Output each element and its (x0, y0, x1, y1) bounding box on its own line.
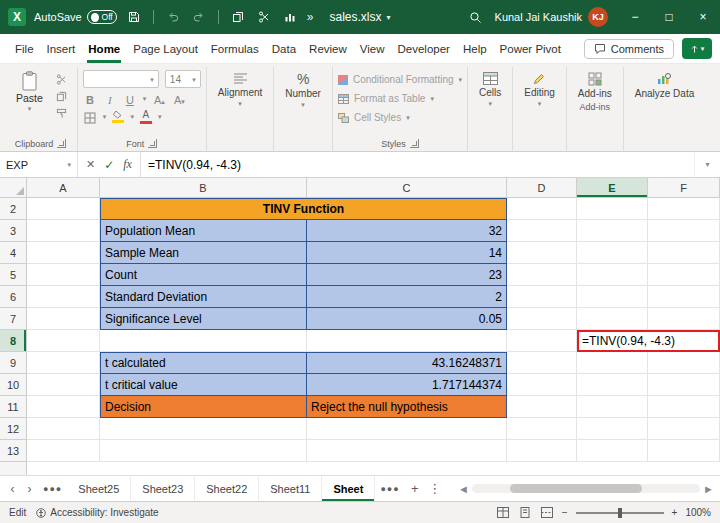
editing-button[interactable]: Editing ▾ (518, 68, 561, 107)
value-cell[interactable]: 0.05 (307, 308, 507, 330)
tab-formulas[interactable]: Formulas (210, 34, 260, 63)
col-header-c[interactable]: C (307, 178, 507, 198)
select-all-corner[interactable] (0, 178, 27, 198)
insert-function-icon[interactable]: fx (123, 157, 132, 172)
font-name-dropdown[interactable]: ▾ (83, 70, 159, 88)
accessibility-checker[interactable]: Accessibility: Investigate (36, 507, 158, 518)
label-cell[interactable]: Standard Deviation (100, 286, 307, 308)
increase-font-icon[interactable]: A▴ (152, 91, 166, 106)
row-header-10[interactable]: 10 (0, 374, 27, 396)
dialog-launcher-icon[interactable] (148, 139, 157, 148)
cancel-entry-icon[interactable]: ✕ (86, 158, 95, 171)
sheet-nav-left-icon[interactable]: ‹ (4, 476, 21, 501)
sheet-options-icon[interactable]: ⋮ (425, 476, 445, 501)
zoom-out-icon[interactable]: − (562, 507, 568, 518)
cell[interactable] (307, 330, 507, 352)
number-button[interactable]: % Number ▾ (279, 68, 327, 108)
cell[interactable] (100, 330, 307, 352)
sheet-tab-sheet22[interactable]: Sheet22 (195, 476, 259, 501)
row-header-7[interactable]: 7 (0, 308, 27, 330)
page-break-view-icon[interactable] (540, 507, 554, 519)
row-header-11[interactable]: 11 (0, 396, 27, 418)
tab-help[interactable]: Help (462, 34, 488, 63)
table-title-cell[interactable]: TINV Function (100, 198, 507, 220)
active-cell-e8[interactable]: =TINV(0.94, -4.3) (577, 330, 720, 352)
minimize-button[interactable]: − (618, 0, 652, 34)
zoom-slider[interactable] (576, 512, 664, 514)
alignment-button[interactable]: Alignment ▾ (212, 68, 268, 107)
cell[interactable] (507, 220, 577, 242)
paste-button[interactable]: Paste ▾ (9, 68, 50, 115)
cell[interactable] (307, 418, 507, 440)
cell[interactable] (27, 440, 100, 462)
sheet-nav-right-icon[interactable]: › (21, 476, 38, 501)
row-header-6[interactable]: 6 (0, 286, 27, 308)
autosave-toggle[interactable]: AutoSave Off (34, 10, 117, 24)
sheet-tab-sheet25[interactable]: Sheet25 (67, 476, 131, 501)
cell-styles-button[interactable]: Cell Styles▾ (338, 109, 462, 126)
zoom-in-icon[interactable]: + (672, 507, 678, 518)
cell[interactable] (648, 374, 720, 396)
cell[interactable] (577, 352, 648, 374)
value-cell[interactable]: 32 (307, 220, 507, 242)
search-icon[interactable] (467, 8, 485, 26)
italic-button[interactable]: I (103, 91, 117, 106)
tab-data[interactable]: Data (271, 34, 297, 63)
row-header-12[interactable]: 12 (0, 418, 27, 440)
cell[interactable] (577, 374, 648, 396)
tab-home[interactable]: Home (87, 34, 121, 63)
cell[interactable] (507, 242, 577, 264)
cell[interactable] (577, 418, 648, 440)
zoom-slider-thumb[interactable] (618, 508, 622, 518)
cell[interactable] (648, 220, 720, 242)
cell[interactable] (577, 264, 648, 286)
font-color-icon[interactable]: A (140, 110, 152, 124)
cell[interactable] (27, 242, 100, 264)
label-cell[interactable]: t critical value (100, 374, 307, 396)
row-header-13[interactable]: 13 (0, 440, 27, 462)
name-box[interactable]: EXP ▾ (0, 152, 78, 177)
value-cell[interactable]: 2 (307, 286, 507, 308)
row-header-2[interactable]: 2 (0, 198, 27, 220)
cell[interactable] (507, 264, 577, 286)
more-commands-icon[interactable]: » (307, 10, 314, 24)
cell[interactable] (27, 418, 100, 440)
cell[interactable] (27, 330, 100, 352)
tab-page-layout[interactable]: Page Layout (132, 34, 199, 63)
addins-button[interactable]: Add-ins (572, 68, 618, 99)
redo-icon[interactable] (190, 8, 208, 26)
chart-icon[interactable] (281, 8, 299, 26)
cell[interactable] (507, 198, 577, 220)
tab-insert[interactable]: Insert (46, 34, 77, 63)
dialog-launcher-icon[interactable] (410, 139, 419, 148)
cell[interactable] (577, 440, 648, 462)
copy-icon[interactable] (56, 91, 70, 102)
cell[interactable] (507, 418, 577, 440)
scrollbar-track[interactable] (472, 484, 700, 493)
cell[interactable] (648, 242, 720, 264)
cell[interactable] (507, 330, 577, 352)
cell[interactable] (507, 396, 577, 418)
cell[interactable] (27, 374, 100, 396)
label-cell[interactable]: Sample Mean (100, 242, 307, 264)
format-as-table-button[interactable]: Format as Table▾ (338, 90, 462, 107)
formula-input[interactable]: =TINV(0.94, -4.3) (141, 152, 694, 177)
cell[interactable] (648, 308, 720, 330)
sheet-tab-sheet23[interactable]: Sheet23 (131, 476, 195, 501)
row-header-9[interactable]: 9 (0, 352, 27, 374)
cut-icon[interactable] (255, 8, 273, 26)
tab-review[interactable]: Review (308, 34, 348, 63)
label-cell[interactable]: Population Mean (100, 220, 307, 242)
scroll-left-icon[interactable]: ◄ (458, 483, 469, 495)
cell[interactable] (507, 308, 577, 330)
expand-formula-bar-icon[interactable]: ▾ (694, 152, 720, 177)
row-header-5[interactable]: 5 (0, 264, 27, 286)
save-icon[interactable] (125, 8, 143, 26)
cell[interactable] (648, 440, 720, 462)
cell[interactable] (577, 242, 648, 264)
window-title[interactable]: sales.xlsx ▾ (329, 10, 390, 24)
cell[interactable] (577, 396, 648, 418)
conditional-formatting-button[interactable]: Conditional Formatting▾ (338, 71, 462, 88)
col-header-a[interactable]: A (27, 178, 100, 198)
cell[interactable] (648, 352, 720, 374)
